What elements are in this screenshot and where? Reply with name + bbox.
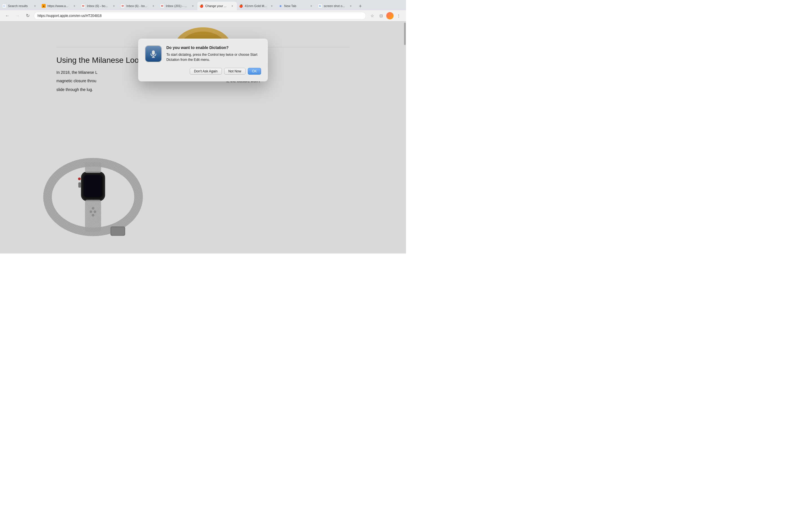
tab-title-amazon: https://www.a... bbox=[47, 4, 70, 8]
tab-close-search[interactable]: × bbox=[33, 4, 37, 8]
tab-favicon-inbox3: M bbox=[160, 4, 164, 8]
tab-title-inbox3: Inbox (201) - ... bbox=[166, 4, 189, 8]
address-input[interactable] bbox=[34, 12, 366, 20]
address-bar: ← → ↻ ☆ ⊡ ⋮ bbox=[0, 10, 406, 21]
tab-amazon[interactable]: a https://www.a... × bbox=[40, 2, 79, 10]
tab-favicon-search: ⊙ bbox=[2, 4, 6, 8]
tab-close-apple-change[interactable]: × bbox=[230, 4, 235, 8]
tab-screenshot[interactable]: G screen shot o... × bbox=[316, 2, 355, 10]
tab-inbox1[interactable]: M Inbox (6) - bo... × bbox=[79, 2, 118, 10]
refresh-button[interactable]: ↻ bbox=[24, 12, 32, 20]
tab-apple-41mm[interactable]: 🍎 41mm Gold M... × bbox=[237, 2, 276, 10]
dont-ask-again-button[interactable]: Don't Ask Again bbox=[190, 68, 222, 75]
tab-new-tab[interactable]: ◉ New Tab × bbox=[276, 2, 316, 10]
dictation-dialog: Do you want to enable Dictation? To star… bbox=[138, 39, 268, 81]
dialog-body: To start dictating, press the Control ke… bbox=[166, 52, 261, 62]
dialog-text-area: Do you want to enable Dictation? To star… bbox=[166, 45, 261, 62]
dialog-buttons: Don't Ask Again Not Now OK bbox=[145, 68, 261, 75]
menu-button[interactable]: ⋮ bbox=[395, 12, 403, 20]
tab-title-inbox2: Inbox (6) - bo... bbox=[126, 4, 149, 8]
tab-favicon-amazon: a bbox=[42, 4, 46, 8]
tab-close-inbox2[interactable]: × bbox=[151, 4, 156, 8]
microphone-icon bbox=[149, 49, 158, 58]
tab-close-new[interactable]: × bbox=[309, 4, 313, 8]
tab-favicon-apple-41mm: 🍎 bbox=[239, 4, 243, 8]
not-now-button[interactable]: Not Now bbox=[224, 68, 246, 75]
tab-inbox3[interactable]: M Inbox (201) - ... × bbox=[158, 2, 197, 10]
tab-title-apple-change: Change your ... bbox=[205, 4, 229, 8]
bookmark-icon[interactable]: ☆ bbox=[368, 12, 376, 20]
tab-close-amazon[interactable]: × bbox=[72, 4, 77, 8]
dialog-title: Do you want to enable Dictation? bbox=[166, 45, 261, 50]
address-bar-icons: ☆ ⊡ ⋮ bbox=[368, 12, 403, 20]
svg-rect-19 bbox=[152, 50, 155, 55]
profile-button[interactable] bbox=[386, 12, 394, 19]
microphone-icon-box bbox=[145, 45, 162, 62]
ok-button[interactable]: OK bbox=[248, 68, 261, 75]
tab-favicon-apple-change: 🍎 bbox=[200, 4, 204, 8]
new-tab-button[interactable]: + bbox=[356, 2, 364, 10]
back-button[interactable]: ← bbox=[3, 12, 11, 20]
tab-bar: ⊙ Search results × a https://www.a... × … bbox=[0, 0, 406, 10]
tab-title-new: New Tab bbox=[284, 4, 307, 8]
modal-overlay: Do you want to enable Dictation? To star… bbox=[0, 22, 406, 253]
tab-inbox2[interactable]: M Inbox (6) - bo... × bbox=[118, 2, 158, 10]
tab-title-inbox1: Inbox (6) - bo... bbox=[87, 4, 110, 8]
dialog-content-area: Do you want to enable Dictation? To star… bbox=[145, 45, 261, 62]
tab-close-apple-41mm[interactable]: × bbox=[269, 4, 274, 8]
tab-favicon-screenshot: G bbox=[318, 4, 322, 8]
tab-close-inbox3[interactable]: × bbox=[191, 4, 195, 8]
tab-search-results[interactable]: ⊙ Search results × bbox=[0, 2, 40, 10]
tab-title-screenshot: screen shot o... bbox=[324, 4, 347, 8]
tab-close-screenshot[interactable]: × bbox=[349, 4, 353, 8]
page-content: Using the Milanese Loop In 2018, the Mil… bbox=[0, 22, 406, 253]
tab-apple-change[interactable]: 🍎 Change your ... × bbox=[197, 2, 237, 10]
tab-favicon-inbox1: M bbox=[81, 4, 85, 8]
browser-chrome: ⊙ Search results × a https://www.a... × … bbox=[0, 0, 406, 22]
tab-title-apple-41mm: 41mm Gold M... bbox=[245, 4, 268, 8]
tab-favicon-new: ◉ bbox=[278, 4, 283, 8]
tab-favicon-inbox2: M bbox=[121, 4, 124, 8]
tab-title-search: Search results bbox=[8, 4, 31, 8]
sidebar-toggle[interactable]: ⊡ bbox=[377, 12, 385, 20]
forward-button[interactable]: → bbox=[13, 12, 21, 20]
tab-close-inbox1[interactable]: × bbox=[112, 4, 116, 8]
